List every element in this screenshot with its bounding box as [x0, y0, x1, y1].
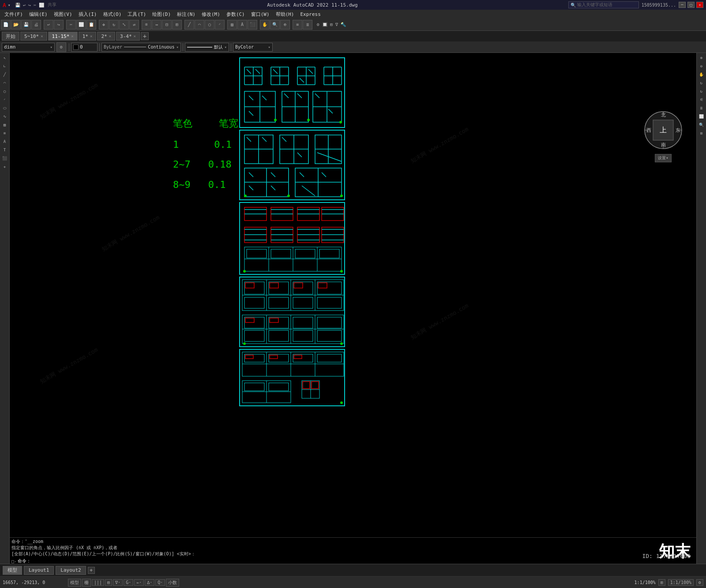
menu-dimension[interactable]: 标注(N) — [174, 11, 198, 18]
offset-button[interactable]: ⊟ — [162, 20, 172, 30]
viewport-scale-btn[interactable]: ⊞ — [658, 579, 665, 586]
mirror-button[interactable]: ⇌ — [129, 20, 139, 30]
layer-settings-button[interactable]: ⚙ — [56, 42, 66, 52]
right-tool-8[interactable]: ⬜ — [698, 112, 706, 120]
user-account[interactable]: 1505999135... — [642, 3, 676, 7]
status-lw-btn[interactable]: 小数 — [166, 579, 179, 587]
left-tool-7[interactable]: ⬭ — [1, 104, 9, 112]
left-tool-10[interactable]: ≡ — [1, 129, 9, 137]
add-layout-button[interactable]: + — [88, 567, 95, 574]
menu-help[interactable]: 帮助(H) — [273, 11, 297, 18]
tab-11-15[interactable]: 11-15* ✕ — [48, 32, 78, 41]
trim-button[interactable]: ⌧ — [142, 20, 151, 30]
right-tool-5[interactable]: ↻ — [698, 87, 706, 95]
workspace-btn[interactable]: ⚙ — [696, 579, 703, 586]
menu-draw[interactable]: 绘图(D) — [150, 11, 173, 18]
left-tool-3[interactable]: ╱ — [1, 71, 9, 79]
print-button[interactable]: 🖨 — [31, 20, 41, 30]
status-osnap-btn[interactable]: G· — [124, 579, 133, 586]
copy-button[interactable]: ⬜ — [76, 20, 86, 30]
properties-button[interactable]: ≡ — [293, 20, 302, 30]
tab-model[interactable]: 模型 — [3, 566, 22, 575]
tab-1-close[interactable]: ✕ — [90, 34, 92, 38]
canvas-area[interactable]: 知末网 www.znzmo.com 知末网 www.znzmo.com 知末网 … — [10, 53, 696, 564]
rotate-button[interactable]: ↻ — [109, 20, 119, 30]
tab-5-10-close[interactable]: ✕ — [41, 34, 43, 38]
new-button[interactable]: 📄 — [1, 20, 11, 30]
right-tool-4[interactable]: ↻ — [698, 79, 706, 87]
pline-button[interactable]: ⌒ — [195, 20, 204, 30]
zoom-extent-button[interactable]: ⊕ — [280, 20, 290, 30]
left-tool-12[interactable]: T — [1, 146, 9, 154]
left-tool-6[interactable]: ◜ — [1, 96, 9, 104]
tab-1[interactable]: 1* ✕ — [79, 32, 97, 41]
maximize-button[interactable]: □ — [687, 2, 695, 8]
cut-button[interactable]: ✂ — [66, 20, 76, 30]
left-tool-8[interactable]: ∿ — [1, 112, 9, 120]
tab-5-10[interactable]: 5~10* ✕ — [20, 32, 47, 41]
color-dropdown[interactable]: 0 — [71, 43, 98, 52]
circle-button[interactable]: ○ — [205, 20, 214, 30]
status-otrack-btn[interactable]: ←· — [134, 579, 144, 586]
text-button[interactable]: A — [237, 20, 247, 30]
array-button[interactable]: ⊞ — [172, 20, 182, 30]
plotstyle-dropdown[interactable]: ByColor ▾ — [233, 43, 273, 52]
tab-3-4-close[interactable]: ✕ — [134, 34, 136, 38]
menu-edit[interactable]: 编辑(E) — [26, 11, 50, 18]
menu-format[interactable]: 格式(O) — [101, 11, 124, 18]
scale-button[interactable]: ⤡ — [119, 20, 129, 30]
hatch-button[interactable]: ▨ — [227, 20, 237, 30]
paste-button[interactable]: 📋 — [86, 20, 96, 30]
layer-manager-button[interactable]: ≣ — [303, 20, 312, 30]
menu-window[interactable]: 窗口(W) — [248, 11, 272, 18]
status-model-btn[interactable]: 模型 — [68, 579, 81, 587]
menu-insert[interactable]: 插入(I) — [76, 11, 100, 18]
menu-view[interactable]: 视图(V) — [51, 11, 75, 18]
menu-file[interactable]: 文件(F) — [2, 11, 26, 18]
right-tool-10[interactable]: ⊞ — [698, 129, 706, 137]
status-ducs-btn[interactable]: ∆· — [145, 579, 154, 586]
open-button[interactable]: 📂 — [11, 20, 21, 30]
menu-modify[interactable]: 修改(M) — [199, 11, 223, 18]
save-button[interactable]: 💾 — [21, 20, 31, 30]
arc-button[interactable]: ◜ — [215, 20, 225, 30]
right-tool-9[interactable]: 🔍 — [698, 121, 706, 129]
left-tool-5[interactable]: ○ — [1, 87, 9, 95]
left-tool-2[interactable]: ∟ — [1, 62, 9, 70]
left-tool-13[interactable]: ⬛ — [1, 154, 9, 162]
anno-scale-btn[interactable]: 1:1/100% — [668, 579, 694, 586]
left-tool-9[interactable]: ▨ — [1, 121, 9, 129]
zoom-pan-button[interactable]: ✋ — [260, 20, 270, 30]
right-tool-3[interactable]: ✋ — [698, 71, 706, 79]
linetype-dropdown[interactable]: ByLayer Continuous ▾ — [101, 43, 181, 52]
minimize-button[interactable]: ─ — [679, 2, 686, 8]
close-button[interactable]: ✕ — [696, 2, 703, 8]
redo-button[interactable]: ↪ — [54, 20, 64, 30]
undo-button[interactable]: ↩ — [44, 20, 53, 30]
tab-2[interactable]: 2* ✕ — [97, 32, 115, 41]
left-tool-4[interactable]: ⌒ — [1, 79, 9, 87]
line-button[interactable]: ╱ — [184, 20, 194, 30]
status-snap-btn[interactable]: ||| — [92, 579, 104, 586]
move-button[interactable]: ✥ — [99, 20, 109, 30]
layer-dropdown[interactable]: dimn ▾ — [2, 43, 55, 52]
status-dyn-btn[interactable]: Q· — [155, 579, 165, 586]
extend-button[interactable]: ↔ — [152, 20, 161, 30]
block-button[interactable]: ⬛ — [248, 20, 257, 30]
tab-3-4[interactable]: 3-4* ✕ — [116, 32, 140, 41]
left-tool-11[interactable]: A — [1, 138, 9, 146]
lineweight-dropdown[interactable]: 默认 ▾ — [185, 43, 229, 52]
tab-start[interactable]: 开始 — [2, 32, 19, 41]
status-grid-btn[interactable]: 栅 — [82, 579, 91, 587]
status-ortho-btn[interactable]: ⊞ — [105, 579, 112, 586]
menu-express[interactable]: Express — [298, 11, 323, 18]
right-tool-1[interactable]: ⊕ — [698, 54, 706, 62]
tab-11-15-close[interactable]: ✕ — [71, 34, 73, 38]
menu-params[interactable]: 参数(C) — [224, 11, 248, 18]
add-tab-button[interactable]: + — [141, 32, 149, 40]
tab-layout1[interactable]: Layout1 — [24, 566, 54, 575]
tab-2-close[interactable]: ✕ — [109, 34, 111, 38]
tab-layout2[interactable]: Layout2 — [56, 566, 86, 575]
status-polar-btn[interactable]: ∇· — [113, 579, 123, 586]
left-tool-14[interactable]: + — [1, 163, 9, 171]
